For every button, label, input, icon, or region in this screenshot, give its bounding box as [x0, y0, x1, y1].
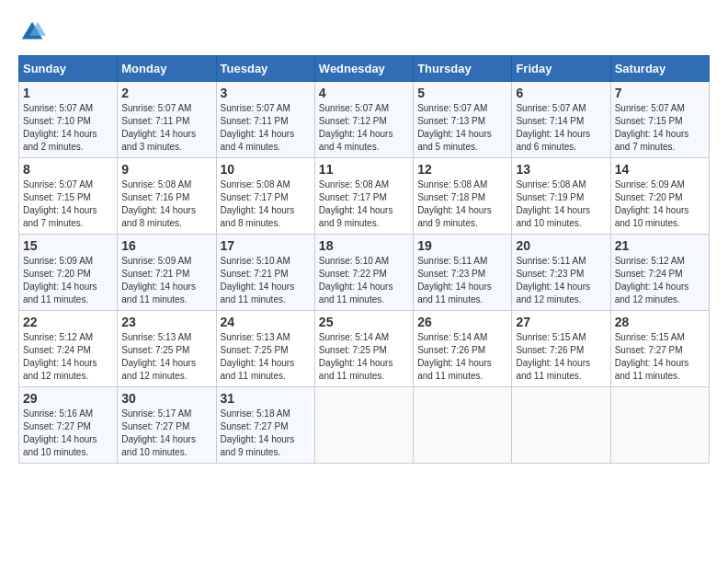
day-daylight: Daylight: 14 hours and 11 minutes.	[221, 358, 295, 381]
day-sunrise: Sunrise: 5:08 AM	[516, 179, 586, 190]
day-daylight: Daylight: 14 hours and 3 minutes.	[121, 129, 196, 152]
day-daylight: Daylight: 14 hours and 12 minutes.	[615, 282, 689, 304]
day-sunrise: Sunrise: 5:09 AM	[615, 179, 685, 190]
day-number: 29	[23, 391, 113, 406]
empty-cell	[610, 387, 709, 464]
day-daylight: Daylight: 14 hours and 9 minutes.	[221, 434, 295, 457]
day-sunrise: Sunrise: 5:16 AM	[23, 408, 93, 419]
day-sunset: Sunset: 7:11 PM	[221, 116, 289, 126]
day-number: 20	[516, 238, 606, 253]
day-cell-10: 10 Sunrise: 5:08 AM Sunset: 7:17 PM Dayl…	[216, 158, 314, 235]
day-cell-13: 13 Sunrise: 5:08 AM Sunset: 7:19 PM Dayl…	[512, 158, 610, 235]
calendar-week-1: 1 Sunrise: 5:07 AM Sunset: 7:10 PM Dayli…	[19, 82, 710, 158]
day-cell-27: 27 Sunrise: 5:15 AM Sunset: 7:26 PM Dayl…	[512, 311, 610, 387]
day-daylight: Daylight: 14 hours and 11 minutes.	[417, 358, 492, 381]
day-sunset: Sunset: 7:27 PM	[615, 345, 683, 355]
day-sunrise: Sunrise: 5:08 AM	[221, 179, 290, 190]
day-sunrise: Sunrise: 5:12 AM	[23, 332, 93, 342]
day-number: 31	[221, 391, 311, 406]
day-sunset: Sunset: 7:25 PM	[221, 345, 289, 355]
calendar-table: SundayMondayTuesdayWednesdayThursdayFrid…	[18, 55, 710, 464]
day-sunset: Sunset: 7:25 PM	[121, 345, 189, 355]
day-sunrise: Sunrise: 5:12 AM	[615, 256, 685, 266]
day-cell-23: 23 Sunrise: 5:13 AM Sunset: 7:25 PM Dayl…	[118, 311, 216, 387]
column-header-monday: Monday	[118, 56, 216, 82]
day-sunset: Sunset: 7:17 PM	[221, 192, 289, 202]
day-sunrise: Sunrise: 5:15 AM	[516, 332, 586, 342]
day-sunrise: Sunrise: 5:10 AM	[319, 256, 389, 266]
day-sunset: Sunset: 7:23 PM	[417, 269, 485, 279]
day-sunset: Sunset: 7:25 PM	[319, 345, 387, 355]
day-cell-20: 20 Sunrise: 5:11 AM Sunset: 7:23 PM Dayl…	[512, 235, 610, 311]
day-sunset: Sunset: 7:15 PM	[615, 116, 683, 126]
day-number: 23	[121, 315, 211, 329]
day-sunset: Sunset: 7:27 PM	[121, 421, 189, 431]
day-sunset: Sunset: 7:24 PM	[615, 269, 683, 279]
day-sunset: Sunset: 7:20 PM	[615, 192, 683, 202]
day-number: 5	[417, 86, 507, 100]
day-number: 10	[221, 162, 311, 177]
day-sunrise: Sunrise: 5:08 AM	[319, 179, 389, 190]
day-cell-22: 22 Sunrise: 5:12 AM Sunset: 7:24 PM Dayl…	[19, 311, 118, 387]
day-daylight: Daylight: 14 hours and 12 minutes.	[121, 358, 196, 381]
day-sunrise: Sunrise: 5:14 AM	[417, 332, 487, 342]
day-daylight: Daylight: 14 hours and 8 minutes.	[221, 205, 295, 228]
day-sunset: Sunset: 7:17 PM	[319, 192, 387, 202]
day-sunset: Sunset: 7:20 PM	[23, 269, 91, 279]
day-sunrise: Sunrise: 5:14 AM	[319, 332, 389, 342]
day-daylight: Daylight: 14 hours and 11 minutes.	[319, 358, 393, 381]
day-sunrise: Sunrise: 5:08 AM	[417, 179, 487, 190]
day-daylight: Daylight: 14 hours and 12 minutes.	[516, 282, 590, 304]
day-cell-9: 9 Sunrise: 5:08 AM Sunset: 7:16 PM Dayli…	[118, 158, 216, 235]
day-cell-7: 7 Sunrise: 5:07 AM Sunset: 7:15 PM Dayli…	[610, 82, 709, 158]
day-number: 27	[516, 315, 606, 329]
day-sunrise: Sunrise: 5:11 AM	[417, 256, 487, 266]
day-sunset: Sunset: 7:27 PM	[23, 421, 91, 431]
column-header-saturday: Saturday	[610, 56, 709, 82]
day-number: 26	[417, 315, 507, 329]
day-cell-1: 1 Sunrise: 5:07 AM Sunset: 7:10 PM Dayli…	[19, 82, 118, 158]
day-cell-25: 25 Sunrise: 5:14 AM Sunset: 7:25 PM Dayl…	[314, 311, 413, 387]
day-cell-8: 8 Sunrise: 5:07 AM Sunset: 7:15 PM Dayli…	[19, 158, 118, 235]
day-cell-14: 14 Sunrise: 5:09 AM Sunset: 7:20 PM Dayl…	[610, 158, 709, 235]
day-sunset: Sunset: 7:24 PM	[23, 345, 91, 355]
day-number: 24	[221, 315, 311, 329]
day-daylight: Daylight: 14 hours and 2 minutes.	[23, 129, 97, 152]
day-sunset: Sunset: 7:15 PM	[23, 192, 91, 202]
day-daylight: Daylight: 14 hours and 11 minutes.	[221, 282, 295, 304]
day-daylight: Daylight: 14 hours and 4 minutes.	[319, 129, 393, 152]
empty-cell	[414, 387, 512, 464]
calendar-week-3: 15 Sunrise: 5:09 AM Sunset: 7:20 PM Dayl…	[19, 235, 710, 311]
day-number: 1	[23, 86, 113, 100]
day-number: 9	[121, 162, 211, 177]
column-header-wednesday: Wednesday	[314, 56, 413, 82]
day-cell-12: 12 Sunrise: 5:08 AM Sunset: 7:18 PM Dayl…	[414, 158, 512, 235]
day-sunset: Sunset: 7:18 PM	[417, 192, 485, 202]
day-cell-6: 6 Sunrise: 5:07 AM Sunset: 7:14 PM Dayli…	[512, 82, 610, 158]
day-sunset: Sunset: 7:23 PM	[516, 269, 584, 279]
day-sunrise: Sunrise: 5:09 AM	[121, 256, 191, 266]
empty-cell	[512, 387, 610, 464]
day-number: 14	[615, 162, 705, 177]
day-sunrise: Sunrise: 5:10 AM	[221, 256, 290, 266]
day-cell-26: 26 Sunrise: 5:14 AM Sunset: 7:26 PM Dayl…	[414, 311, 512, 387]
calendar-week-5: 29 Sunrise: 5:16 AM Sunset: 7:27 PM Dayl…	[19, 387, 710, 464]
day-number: 11	[319, 162, 409, 177]
day-number: 15	[23, 238, 113, 253]
day-daylight: Daylight: 14 hours and 12 minutes.	[23, 358, 97, 381]
day-daylight: Daylight: 14 hours and 7 minutes.	[615, 129, 689, 152]
day-sunset: Sunset: 7:10 PM	[23, 116, 91, 126]
day-cell-4: 4 Sunrise: 5:07 AM Sunset: 7:12 PM Dayli…	[314, 82, 413, 158]
day-number: 12	[417, 162, 507, 177]
day-number: 22	[23, 315, 113, 329]
day-number: 7	[615, 86, 705, 100]
day-number: 21	[615, 238, 705, 253]
day-sunset: Sunset: 7:22 PM	[319, 269, 387, 279]
day-sunrise: Sunrise: 5:15 AM	[615, 332, 685, 342]
day-sunrise: Sunrise: 5:07 AM	[121, 103, 191, 113]
empty-cell	[314, 387, 413, 464]
header	[18, 18, 710, 46]
day-number: 16	[121, 238, 211, 253]
day-daylight: Daylight: 14 hours and 11 minutes.	[516, 358, 590, 381]
day-cell-29: 29 Sunrise: 5:16 AM Sunset: 7:27 PM Dayl…	[19, 387, 118, 464]
